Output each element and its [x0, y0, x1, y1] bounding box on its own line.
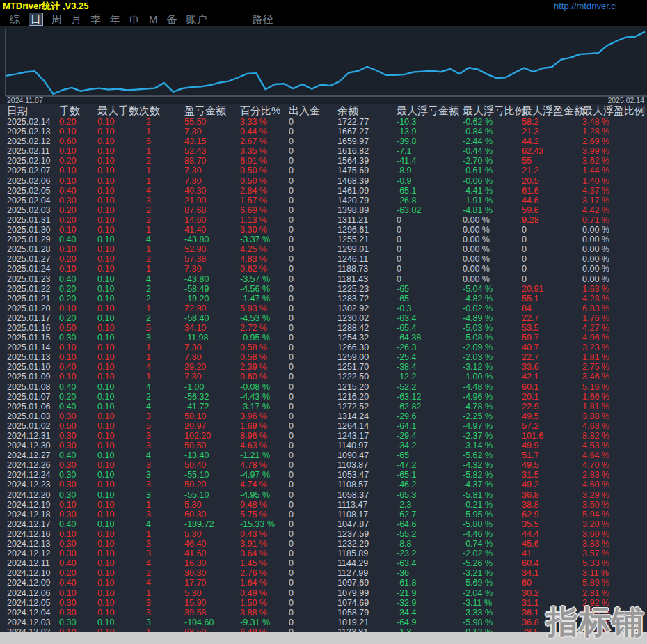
table-row[interactable]: 2024.12.310.300.103102.208.96 %01243.17-… [0, 431, 647, 441]
table-row[interactable]: 2025.01.160.500.10534.102.72 %01288.42-6… [0, 323, 647, 333]
table-row[interactable]: 2024.12.060.100.1015.300.49 %01079.99-21… [0, 588, 647, 598]
table-row[interactable]: 2025.02.110.100.10152.433.35 %01616.82-7… [0, 146, 647, 156]
cell: 0.10 [97, 343, 139, 352]
col-header-max-float-loss-pct: 最大浮亏比例 [463, 104, 522, 117]
table-row[interactable]: 2025.01.140.100.1017.300.58 %01266.30-26… [0, 343, 647, 352]
table-row[interactable]: 2025.01.070.200.102-56.32-4.43 %01216.20… [0, 392, 647, 402]
table-row[interactable]: 2025.01.230.400.104-43.80-3.57 %01181.43… [0, 274, 647, 284]
table-row[interactable]: 2024.12.170.400.104-189.72-15.33 %01047.… [0, 519, 647, 529]
table-row[interactable]: 2025.02.100.200.10288.706.01 %01564.39-4… [0, 156, 647, 166]
table-row[interactable]: 2025.01.080.400.104-1.00-0.08 %01215.20-… [0, 382, 647, 392]
menu-item[interactable]: 综 [10, 13, 20, 25]
table-row[interactable]: 2025.02.120.600.10643.152.67 %01659.97-3… [0, 136, 647, 146]
table-row[interactable]: 2024.12.120.300.10341.603.64 %01185.89-2… [0, 549, 647, 558]
table-row[interactable]: 2025.01.060.400.104-41.72-3.17 %01272.52… [0, 402, 647, 411]
table-row[interactable]: 2024.12.180.300.10360.305.75 %01108.17-6… [0, 510, 647, 519]
cell: 17.70 [184, 578, 240, 588]
cell: 1288.42 [337, 323, 397, 333]
table-row[interactable]: 2025.01.300.100.10141.403.30 %01296.6100… [0, 225, 647, 235]
table-row[interactable]: 2024.12.230.300.10350.204.74 %01108.57-4… [0, 480, 647, 489]
table-row[interactable]: 2024.12.300.300.10350.504.63 %01140.97-3… [0, 441, 647, 450]
chart-start-date: 2024.11.07 [7, 96, 43, 104]
cell: 7.30 [184, 343, 240, 352]
table-row[interactable]: 2025.02.070.100.1017.300.50 %01475.69-8.… [0, 166, 647, 175]
cell: -4.81 % [463, 205, 522, 215]
cell: -1.00 % [463, 372, 522, 382]
table-row[interactable]: 2025.01.090.100.1017.300.60 %01222.50-12… [0, 372, 647, 382]
table-row[interactable]: 2025.01.240.100.1017.300.62 %01188.7300.… [0, 264, 647, 274]
cell: 3 [139, 618, 184, 627]
table-row[interactable]: 2025.01.030.300.10350.103.96 %01314.24-2… [0, 411, 647, 421]
table-row[interactable]: 2025.01.280.100.10152.904.25 %01299.0100… [0, 244, 647, 254]
table-row[interactable]: 2024.12.160.100.1015.300.43 %01237.59-55… [0, 529, 647, 539]
cell: 1398.89 [337, 205, 397, 215]
table-row[interactable]: 2024.12.090.400.10417.701.64 %01097.69-6… [0, 578, 647, 588]
menu-item[interactable]: M [149, 13, 158, 25]
cell: 2025.01.23 [7, 274, 59, 284]
table-row[interactable]: 2025.01.270.200.10257.384.83 %01246.1100… [0, 254, 647, 264]
table-row[interactable]: 2025.01.170.200.102-58.40-4.53 %01230.02… [0, 313, 647, 323]
cell: 0.40 [59, 558, 97, 568]
menu-item[interactable]: 季 [90, 13, 101, 25]
cell: 1222.50 [337, 372, 397, 382]
cell: 0.60 % [240, 372, 289, 382]
vendor-url-link[interactable]: http://mtdriver.c [554, 1, 647, 11]
table-row[interactable]: 2025.02.040.300.10321.901.57 %01420.79-2… [0, 196, 647, 205]
table-row[interactable]: 2025.02.050.400.10440.302.84 %01461.09-6… [0, 186, 647, 196]
table-row[interactable]: 2024.12.240.300.103-55.10-4.97 %01053.47… [0, 470, 647, 480]
table-row[interactable]: 2025.01.200.100.10172.905.93 %01302.92-0… [0, 304, 647, 313]
cell: -32.9 [397, 598, 463, 608]
menu-item[interactable]: 路径 [253, 13, 273, 25]
cell: -4.46 % [463, 529, 522, 539]
menu-item[interactable]: 月 [71, 13, 81, 25]
table-row[interactable]: 2025.01.100.400.10429.202.39 %01251.70-3… [0, 362, 647, 372]
cell: 1103.87 [337, 460, 397, 470]
table-row[interactable]: 2025.02.130.100.1017.300.44 %01667.27-13… [0, 127, 647, 136]
menu-item[interactable]: 周 [51, 13, 62, 25]
cell: -3.57 % [240, 274, 289, 284]
cell: 2.67 % [240, 136, 289, 146]
table-row[interactable]: 2025.01.220.200.102-58.49-4.56 %01225.23… [0, 284, 647, 294]
cell: -47.2 [397, 460, 463, 470]
table-row[interactable]: 2025.02.140.200.10255.503.33 %01722.77-1… [0, 117, 647, 127]
cell: 2.84 % [240, 186, 289, 196]
cell: 1108.57 [337, 480, 397, 489]
cell: 5.16 % [582, 382, 647, 392]
cell: 1264.14 [337, 421, 397, 431]
table-row[interactable]: 2025.02.060.100.1017.300.50 %01468.39-0.… [0, 176, 647, 186]
table-row[interactable]: 2025.01.130.100.1017.300.58 %01259.00-25… [0, 352, 647, 362]
table-row[interactable]: 2025.01.210.200.102-19.20-1.47 %01283.72… [0, 294, 647, 304]
menu-item[interactable]: 备 [167, 13, 177, 25]
table-row[interactable]: 2024.12.270.400.104-13.40-1.21 %01090.47… [0, 450, 647, 460]
table-row[interactable]: 2025.02.030.200.10287.686.69 %01398.89-6… [0, 205, 647, 215]
table-row[interactable]: 2024.12.190.100.1015.300.48 %01113.47-2.… [0, 500, 647, 510]
cell: -1.00 [184, 382, 240, 392]
table-row[interactable]: 2024.12.130.300.10346.403.91 %01232.29-8… [0, 539, 647, 549]
table-row[interactable]: 2025.01.150.300.103-11.98-0.95 %01254.32… [0, 333, 647, 343]
cell: 1188.73 [337, 264, 397, 274]
cell: 7.30 [184, 127, 240, 136]
menu-item[interactable]: 账户 [186, 13, 207, 25]
cell: 22.7 [522, 313, 582, 323]
table-row[interactable]: 2024.12.110.400.10416.301.45 %01144.29-6… [0, 558, 647, 568]
cell: 0.00 % [463, 215, 522, 225]
table-row[interactable]: 2024.12.100.200.10230.302.76 %01127.99-3… [0, 568, 647, 578]
table-row[interactable]: 2025.01.290.400.104-43.80-3.37 %01255.21… [0, 235, 647, 244]
cell: 59.6 [522, 205, 582, 215]
cell: 0.10 [97, 510, 139, 519]
cell: 1185.89 [337, 549, 397, 558]
menu-item[interactable]: 巾 [129, 13, 140, 25]
table-body: 2025.02.140.200.10255.503.33 %01722.77-1… [0, 117, 647, 632]
cell: 34.10 [184, 323, 240, 333]
cell: 61.6 [522, 186, 582, 196]
cell: 0.10 [97, 627, 139, 632]
cell: 0.10 [59, 127, 97, 136]
table-row[interactable]: 2025.01.020.500.10520.971.69 %01264.14-6… [0, 421, 647, 431]
table-row[interactable]: 2025.01.310.200.10214.601.13 %01311.2100… [0, 215, 647, 225]
table-row[interactable]: 2024.12.200.300.103-55.10-4.95 %01058.37… [0, 490, 647, 500]
cell: 0 [289, 343, 337, 352]
menu-item[interactable]: 日 [29, 13, 42, 25]
table-row[interactable]: 2024.12.260.300.10350.404.78 %01103.87-4… [0, 460, 647, 470]
cell: 0.10 [97, 411, 139, 421]
menu-item[interactable]: 年 [110, 13, 120, 25]
